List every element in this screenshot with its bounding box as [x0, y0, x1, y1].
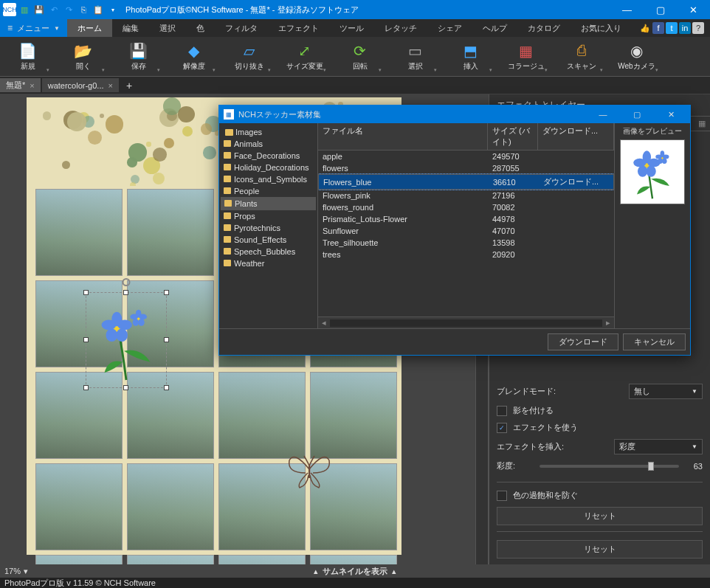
tree-item-People[interactable]: People [221, 185, 316, 197]
menu-tab-カタログ[interactable]: カタログ [517, 19, 571, 37]
blend-select[interactable]: 無し▼ [629, 384, 703, 399]
panel-tab-icon[interactable]: ▦ [698, 119, 706, 128]
zoom-caret-icon[interactable]: ▾ [24, 567, 28, 576]
facebook-icon[interactable]: f [652, 22, 664, 34]
resize-handle[interactable] [83, 337, 89, 342]
effect-checkbox[interactable]: ✓ [497, 423, 507, 433]
qat-paste-icon[interactable]: 📋 [92, 3, 105, 16]
collage-tile[interactable] [218, 372, 306, 459]
webcam-button[interactable]: ◉Webカメラ▾ [609, 38, 664, 75]
resize-handle[interactable] [83, 290, 89, 295]
menu-tab-お気に入り[interactable]: お気に入り [571, 19, 632, 37]
oversat-checkbox[interactable] [497, 491, 507, 501]
open-button[interactable]: 📂開く▾ [55, 38, 111, 75]
like-icon[interactable]: 👍 [639, 22, 651, 34]
menu-tab-ツール[interactable]: ツール [329, 19, 374, 37]
resize-handle[interactable] [123, 290, 128, 295]
tree-item-Holiday_Decorations[interactable]: Holiday_Decorations [221, 162, 316, 173]
rotate-button[interactable]: ⟳回転▾ [332, 38, 387, 75]
dialog-minimize-button[interactable]: — [588, 110, 618, 119]
resize-handle[interactable] [164, 337, 169, 342]
menu-tab-ヘルプ[interactable]: ヘルプ [472, 19, 517, 37]
new-button[interactable]: 📄新規▾ [0, 38, 55, 75]
tree-item-Sound_Effects[interactable]: Sound_Effects [221, 234, 316, 246]
help-icon[interactable]: ? [692, 22, 704, 34]
tree-item-Face_Decorations[interactable]: Face_Decorations [221, 150, 316, 162]
tree-item-Animals[interactable]: Animals [221, 138, 316, 150]
zoom-level[interactable]: 17% [4, 567, 21, 575]
close-button[interactable]: ✕ [677, 0, 710, 19]
reset-button[interactable]: リセット [497, 507, 703, 525]
menu-tab-フィルタ[interactable]: フィルタ [215, 19, 268, 37]
resize-handle[interactable] [123, 385, 128, 390]
menu-tab-シェア[interactable]: シェア [427, 19, 472, 37]
qat-undo-icon[interactable]: ↶ [47, 3, 61, 16]
file-row[interactable]: Sunflower47070 [318, 225, 614, 237]
collage-tile[interactable] [35, 189, 123, 276]
tree-root[interactable]: Images [221, 126, 316, 138]
collage-tile[interactable] [127, 555, 214, 564]
scan-button[interactable]: ⎙スキャン▾ [554, 38, 609, 75]
download-button[interactable]: ダウンロード [548, 333, 618, 350]
col-name[interactable]: ファイル名 [318, 123, 488, 150]
menu-tab-選択[interactable]: 選択 [149, 19, 186, 37]
cancel-button[interactable]: キャンセル [623, 333, 686, 350]
qat-copy-icon[interactable]: ⎘ [77, 3, 90, 16]
menu-tab-色[interactable]: 色 [186, 19, 215, 37]
qat-more-icon[interactable]: ▾ [106, 3, 120, 16]
twitter-icon[interactable]: t [666, 22, 678, 34]
collage-tile[interactable] [218, 555, 306, 564]
collage-tile[interactable] [35, 463, 123, 550]
menu-button[interactable]: ≡ メニュー ▼ [0, 19, 67, 37]
thumb-up-icon[interactable]: ▴ [392, 567, 396, 576]
collage-tile[interactable] [35, 555, 123, 564]
dialog-close-button[interactable]: ✕ [656, 110, 686, 120]
file-row[interactable]: flowers287055 [318, 162, 614, 174]
file-row[interactable]: apple249570 [318, 151, 614, 162]
reset-button-2[interactable]: リセット [497, 540, 703, 558]
tree-item-Pyrotechnics[interactable]: Pyrotechnics [221, 222, 316, 234]
rotate-handle[interactable] [123, 278, 131, 286]
insert-button[interactable]: ⬒挿入▾ [443, 38, 498, 75]
sticker-selection[interactable] [86, 292, 167, 388]
new-tab-button[interactable]: + [120, 80, 138, 91]
thumbnail-toggle-label[interactable]: サムネイルを表示 [323, 566, 387, 577]
shadow-checkbox[interactable] [497, 406, 507, 416]
collage-tile[interactable] [127, 463, 214, 550]
minimize-button[interactable]: — [610, 0, 644, 19]
collage-tile[interactable] [310, 555, 397, 564]
qat-save-icon[interactable]: 💾 [32, 3, 46, 16]
menu-tab-ホーム[interactable]: ホーム [67, 19, 112, 37]
col-size[interactable]: サイズ (バイト) [488, 123, 538, 150]
menu-tab-レタッチ[interactable]: レタッチ [374, 19, 427, 37]
file-row[interactable]: flowers_round70082 [318, 201, 614, 213]
linkedin-icon[interactable]: in [679, 22, 691, 34]
menu-tab-エフェクト[interactable]: エフェクト [268, 19, 329, 37]
resize-handle[interactable] [164, 385, 169, 390]
file-row[interactable]: Prismatic_Lotus-Flower44978 [318, 213, 614, 225]
tree-item-Icons_and_Symbols[interactable]: Icons_and_Symbols [221, 173, 316, 185]
doc-tab[interactable]: watercolor-g0...× [42, 78, 119, 92]
close-tab-icon[interactable]: × [30, 81, 34, 90]
qat-new-icon[interactable]: ▥ [18, 3, 31, 16]
crop-button[interactable]: ▱切り抜き▾ [221, 38, 277, 75]
res-button[interactable]: ◆解像度▾ [166, 38, 221, 75]
resize-button[interactable]: ⤢サイズ変更▾ [277, 38, 332, 75]
dialog-maximize-button[interactable]: ▢ [622, 110, 652, 120]
save-button[interactable]: 💾保存▾ [111, 38, 166, 75]
doc-tab[interactable]: 無題*× [0, 78, 41, 92]
dialog-titlebar[interactable]: ▦ NCHステッカー素材集 — ▢ ✕ [219, 106, 690, 123]
tree-item-Speech_Bubbles[interactable]: Speech_Bubbles [221, 246, 316, 257]
saturation-slider[interactable] [540, 465, 679, 468]
tree-item-Plants[interactable]: Plants [221, 197, 316, 210]
close-tab-icon[interactable]: × [108, 81, 113, 90]
tree-item-Props[interactable]: Props [221, 210, 316, 222]
file-row[interactable]: trees20920 [318, 249, 614, 260]
col-download[interactable]: ダウンロード... [538, 123, 614, 150]
menu-tab-編集[interactable]: 編集 [112, 19, 149, 37]
effect-select[interactable]: 彩度▼ [614, 439, 703, 454]
qat-redo-icon[interactable]: ↷ [62, 3, 75, 16]
collage-tile[interactable] [127, 189, 214, 276]
maximize-button[interactable]: ▢ [644, 0, 677, 19]
hscrollbar[interactable]: ◂▸ [318, 317, 614, 328]
